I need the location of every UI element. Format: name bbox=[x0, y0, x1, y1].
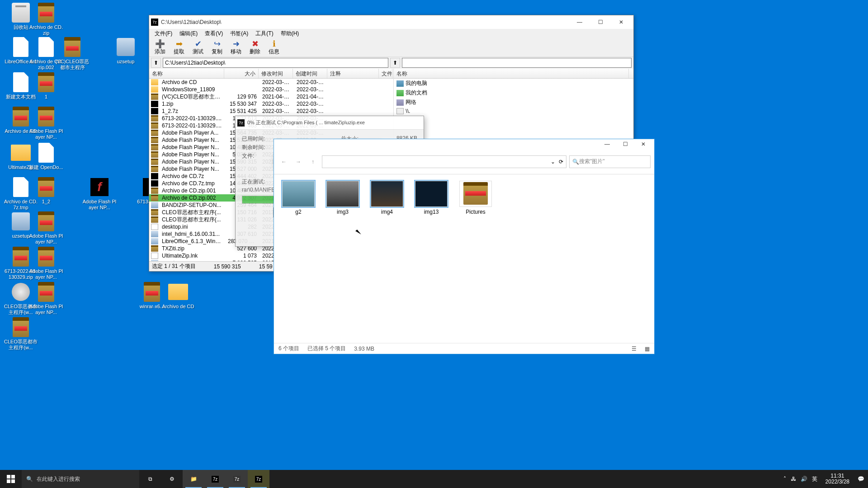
taskbar-clock[interactable]: 11:31 2022/3/28 bbox=[822, 473, 853, 485]
menu-item[interactable]: 查看(V) bbox=[201, 29, 226, 38]
column-header[interactable]: 文件夹 bbox=[379, 69, 392, 78]
desktop-icon[interactable]: Adobe Flash Player NP... bbox=[29, 211, 63, 245]
thumbnail[interactable]: Pictures bbox=[458, 181, 494, 215]
tray-notifications-icon[interactable]: 💬 bbox=[858, 476, 864, 482]
system-tray[interactable]: ˄ 🖧 🔊 英 11:31 2022/3/28 💬 bbox=[780, 473, 868, 485]
thumbnail[interactable]: img4 bbox=[369, 181, 405, 215]
menu-item[interactable]: 工具(T) bbox=[252, 29, 277, 38]
back-button[interactable]: ← bbox=[278, 155, 290, 168]
maximize-button[interactable]: ☐ bbox=[616, 139, 634, 149]
desktop-icon[interactable]: (VC)CLEO罪恶都市主程序 bbox=[55, 36, 90, 70]
menu-item[interactable]: 帮助(H) bbox=[277, 29, 303, 38]
up-button-right[interactable]: ⬆ bbox=[390, 58, 400, 68]
address-input-right[interactable] bbox=[402, 58, 632, 68]
file-row[interactable]: (VC)CLEO罪恶都市主程序(...129 9762021-04-03 2..… bbox=[149, 93, 393, 100]
explorer-window[interactable]: — ☐ ✕ ← → ↑ ⌄⟳ 🔍搜索"图片" g2img3img4img13Pi… bbox=[274, 139, 655, 354]
file-icon bbox=[151, 166, 158, 172]
thumbnail[interactable]: img13 bbox=[413, 181, 449, 215]
address-input-left[interactable] bbox=[163, 58, 388, 68]
file-icon bbox=[151, 79, 158, 85]
taskbar-settings[interactable]: ⚙ bbox=[161, 470, 183, 488]
desktop-icon[interactable]: Adobe Flash Player NP... bbox=[29, 246, 63, 280]
file-row[interactable]: 1.zip15 530 3472022-03-28 1...2022-03-28… bbox=[149, 100, 393, 108]
toolbar-复制[interactable]: ↪复制 bbox=[208, 39, 226, 56]
taskbar[interactable]: 🔍 在此键入进行搜索 ⧉ ⚙ 📁 7z 7z 7z ˄ 🖧 🔊 英 11:31 … bbox=[0, 470, 868, 488]
column-header[interactable]: 名称 bbox=[394, 69, 629, 78]
file-row[interactable]: Archivo de CD2022-03-28 1...2022-03-28 1… bbox=[149, 79, 393, 86]
nav-item[interactable]: 我的电脑 bbox=[394, 79, 633, 88]
sevenzip-icon: 7z bbox=[151, 19, 158, 26]
file-icon bbox=[151, 130, 158, 136]
tray-ime[interactable]: 英 bbox=[812, 475, 817, 483]
dropdown-icon[interactable]: ⌄ bbox=[551, 159, 555, 165]
file-icon bbox=[151, 195, 158, 201]
menu-item[interactable]: 书签(A) bbox=[226, 29, 252, 38]
close-button[interactable]: ✕ bbox=[611, 15, 632, 29]
toolbar-提取[interactable]: ➡提取 bbox=[170, 39, 188, 56]
up-button[interactable]: ↑ bbox=[307, 155, 319, 168]
file-icon bbox=[151, 180, 158, 187]
nav-item[interactable]: \\. bbox=[394, 107, 633, 115]
file-icon bbox=[151, 245, 158, 252]
sevenzip-menubar[interactable]: 文件(F)编辑(E)查看(V)书签(A)工具(T)帮助(H) bbox=[149, 29, 633, 38]
thumbnail[interactable]: g2 bbox=[280, 181, 316, 215]
desktop-icon[interactable]: Archivo de CD bbox=[161, 281, 195, 310]
close-button[interactable]: ✕ bbox=[634, 139, 652, 149]
desktop-icon[interactable]: 1_2 bbox=[29, 176, 63, 205]
explorer-address[interactable]: ⌄⟳ bbox=[322, 155, 566, 168]
column-header[interactable]: 修改时间 bbox=[259, 69, 293, 78]
column-header[interactable]: 创建时间 bbox=[293, 69, 327, 78]
desktop-icon[interactable]: 新建 OpenDo... bbox=[29, 142, 63, 170]
tray-network-icon[interactable]: 🖧 bbox=[791, 476, 796, 482]
view-details-icon[interactable]: ☰ bbox=[632, 346, 637, 352]
taskbar-7z-3[interactable]: 7z bbox=[248, 470, 269, 488]
thumbnail[interactable]: img3 bbox=[325, 181, 361, 215]
maximize-button[interactable]: ☐ bbox=[590, 15, 611, 29]
minimize-button[interactable]: — bbox=[598, 139, 616, 149]
taskbar-search[interactable]: 🔍 在此键入进行搜索 bbox=[22, 470, 139, 488]
taskbar-explorer[interactable]: 📁 bbox=[183, 470, 204, 488]
menu-item[interactable]: 文件(F) bbox=[151, 29, 176, 38]
column-header[interactable]: 名称 bbox=[149, 69, 224, 78]
view-thumbnails-icon[interactable]: ▦ bbox=[645, 346, 650, 352]
nav-item[interactable]: 我的文档 bbox=[394, 88, 633, 98]
toolbar-删除[interactable]: ✖删除 bbox=[246, 39, 264, 56]
column-header[interactable]: 大小 bbox=[224, 69, 259, 78]
toolbar-移动[interactable]: ➜移动 bbox=[227, 39, 245, 56]
tray-chevron-icon[interactable]: ˄ bbox=[783, 476, 786, 482]
taskbar-7z-1[interactable]: 7z bbox=[204, 470, 226, 488]
explorer-titlebar[interactable]: — ☐ ✕ bbox=[274, 139, 654, 149]
toolbar-信息[interactable]: ℹ信息 bbox=[265, 39, 283, 56]
desktop-icon[interactable]: Archivo de CD.zip bbox=[29, 2, 63, 36]
nav-item[interactable]: 网络 bbox=[394, 98, 633, 107]
explorer-thumbnails[interactable]: g2img3img4img13Pictures bbox=[274, 174, 654, 343]
tray-volume-icon[interactable]: 🔊 bbox=[801, 476, 807, 482]
desktop-icon[interactable]: 1 bbox=[29, 71, 63, 100]
right-header[interactable]: 名称 bbox=[394, 69, 633, 79]
sevenzip-toolbar[interactable]: ➕添加➡提取✔测试↪复制➜移动✖删除ℹ信息 bbox=[149, 38, 633, 57]
file-row[interactable]: WindowsStore_118092022-03-28 0...2022-03… bbox=[149, 86, 393, 93]
left-header[interactable]: 名称大小修改时间创建时间注释文件夹 bbox=[149, 69, 393, 79]
explorer-toolbar: ← → ↑ ⌄⟳ 🔍搜索"图片" bbox=[274, 149, 654, 174]
column-header[interactable]: 注释 bbox=[327, 69, 379, 78]
desktop-icon[interactable]: fAdobe Flash Player NP... bbox=[82, 176, 117, 211]
file-row[interactable]: 1_2.7z15 531 4252022-03-28 1...2022-03-2… bbox=[149, 108, 393, 115]
minimize-button[interactable]: — bbox=[569, 15, 590, 29]
toolbar-测试[interactable]: ✔测试 bbox=[189, 39, 207, 56]
taskbar-7z-2[interactable]: 7z bbox=[226, 470, 248, 488]
desktop-icon[interactable]: uzsetup bbox=[108, 36, 143, 65]
forward-button[interactable]: → bbox=[292, 155, 305, 168]
sevenzip-titlebar[interactable]: 7z C:\Users\12tiao\Desktop\ — ☐ ✕ bbox=[149, 15, 633, 29]
desktop-icon[interactable]: Adobe Flash Player NP... bbox=[29, 106, 63, 140]
refresh-icon[interactable]: ⟳ bbox=[559, 159, 563, 165]
task-view-button[interactable]: ⧉ bbox=[139, 470, 161, 488]
search-icon: 🔍 bbox=[26, 476, 33, 482]
toolbar-添加[interactable]: ➕添加 bbox=[151, 39, 169, 56]
desktop-icon[interactable]: CLEO罪恶都市主程序(w... bbox=[4, 316, 38, 351]
progress-titlebar[interactable]: 7z 0% 正在测试 C:\Program Files ( ... timate… bbox=[236, 116, 424, 130]
menu-item[interactable]: 编辑(E) bbox=[176, 29, 201, 38]
start-button[interactable] bbox=[0, 470, 22, 488]
up-button[interactable]: ⬆ bbox=[151, 58, 161, 68]
desktop-icon[interactable]: Adobe Flash Player NP... bbox=[29, 281, 63, 315]
explorer-search[interactable]: 🔍搜索"图片" bbox=[569, 155, 651, 168]
